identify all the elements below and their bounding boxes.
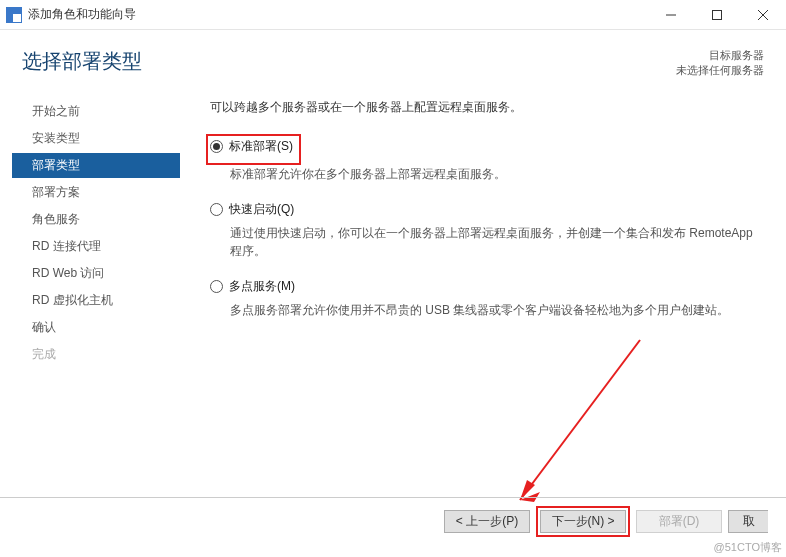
window-title: 添加角色和功能向导 — [28, 6, 648, 23]
sidebar-item-complete: 完成 — [22, 342, 190, 367]
sidebar-item-rd-broker[interactable]: RD 连接代理 — [22, 234, 190, 259]
header: 选择部署类型 目标服务器 未选择任何服务器 — [0, 30, 786, 91]
wizard-body: 开始之前 安装类型 部署类型 部署方案 角色服务 RD 连接代理 RD Web … — [0, 91, 786, 504]
option-desc-quick: 通过使用快速启动，你可以在一个服务器上部署远程桌面服务，并创建一个集合和发布 R… — [230, 224, 766, 260]
watermark: @51CTO博客 — [714, 540, 782, 555]
window-controls — [648, 0, 786, 30]
sidebar-item-deploy-plan[interactable]: 部署方案 — [22, 180, 190, 205]
sidebar-item-deploy-type[interactable]: 部署类型 — [12, 153, 180, 178]
option-multipoint: 多点服务(M) 多点服务部署允许你使用并不昂贵的 USB 集线器或零个客户端设备… — [210, 278, 766, 319]
sidebar-item-confirm[interactable]: 确认 — [22, 315, 190, 340]
cancel-button[interactable]: 取 — [728, 510, 768, 533]
option-quick: 快速启动(Q) 通过使用快速启动，你可以在一个服务器上部署远程桌面服务，并创建一… — [210, 201, 766, 260]
svg-rect-1 — [713, 10, 722, 19]
page-title: 选择部署类型 — [22, 48, 676, 75]
option-standard: 标准部署(S) 标准部署允许你在多个服务器上部署远程桌面服务。 — [210, 134, 766, 183]
radio-row-multipoint[interactable]: 多点服务(M) — [210, 278, 766, 295]
radio-quick[interactable] — [210, 203, 223, 216]
sidebar-item-role-services[interactable]: 角色服务 — [22, 207, 190, 232]
app-icon — [6, 7, 22, 23]
target-server-value: 未选择任何服务器 — [676, 63, 764, 78]
next-button[interactable]: 下一步(N) > — [540, 510, 626, 533]
option-desc-standard: 标准部署允许你在多个服务器上部署远程桌面服务。 — [230, 165, 766, 183]
radio-label-multipoint: 多点服务(M) — [229, 278, 295, 295]
close-button[interactable] — [740, 0, 786, 30]
minimize-button[interactable] — [648, 0, 694, 30]
target-server-info: 目标服务器 未选择任何服务器 — [676, 48, 764, 79]
intro-text: 可以跨越多个服务器或在一个服务器上配置远程桌面服务。 — [210, 99, 766, 116]
target-server-label: 目标服务器 — [676, 48, 764, 63]
sidebar-item-rd-web[interactable]: RD Web 访问 — [22, 261, 190, 286]
radio-row-standard[interactable]: 标准部署(S) — [210, 138, 293, 155]
radio-row-quick[interactable]: 快速启动(Q) — [210, 201, 766, 218]
main-content: 可以跨越多个服务器或在一个服务器上配置远程桌面服务。 标准部署(S) 标准部署允… — [190, 99, 786, 504]
radio-label-quick: 快速启动(Q) — [229, 201, 294, 218]
footer: < 上一步(P) 下一步(N) > 部署(D) 取 — [0, 497, 786, 537]
deploy-button: 部署(D) — [636, 510, 722, 533]
option-desc-multipoint: 多点服务部署允许你使用并不昂贵的 USB 集线器或零个客户端设备轻松地为多个用户… — [230, 301, 766, 319]
title-bar: 添加角色和功能向导 — [0, 0, 786, 30]
prev-button[interactable]: < 上一步(P) — [444, 510, 530, 533]
radio-standard[interactable] — [210, 140, 223, 153]
sidebar-item-install-type[interactable]: 安装类型 — [22, 126, 190, 151]
radio-multipoint[interactable] — [210, 280, 223, 293]
sidebar: 开始之前 安装类型 部署类型 部署方案 角色服务 RD 连接代理 RD Web … — [0, 99, 190, 504]
highlight-next: 下一步(N) > — [536, 506, 630, 537]
sidebar-item-rd-virtual[interactable]: RD 虚拟化主机 — [22, 288, 190, 313]
highlight-standard: 标准部署(S) — [206, 134, 301, 165]
sidebar-item-before-begin[interactable]: 开始之前 — [22, 99, 190, 124]
radio-label-standard: 标准部署(S) — [229, 138, 293, 155]
maximize-button[interactable] — [694, 0, 740, 30]
